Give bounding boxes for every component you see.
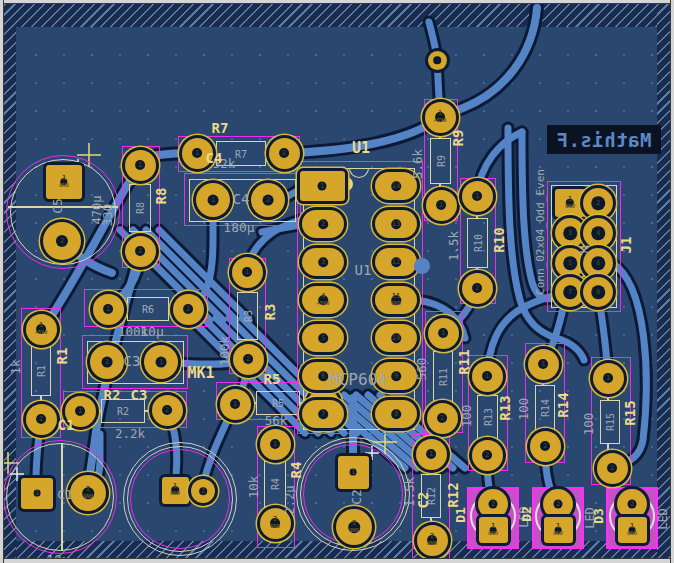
title-block-text[interactable]: Mathis.F — [556, 129, 652, 151]
pad-C5-1[interactable]: 1GND — [46, 165, 82, 199]
ref-R7[interactable]: R7 — [212, 120, 229, 136]
fab-ref-R2[interactable]: R2 — [117, 406, 129, 417]
pad-R1-2[interactable]: 2 — [26, 404, 57, 435]
ref-D2[interactable]: D2 — [519, 506, 534, 522]
value-R10[interactable]: 1.5k — [446, 231, 461, 261]
value-D3[interactable]: LED — [656, 508, 670, 530]
value-U1[interactable]: MCP604 — [329, 370, 387, 389]
ref-R4[interactable]: R4 — [288, 462, 304, 479]
pad-R4-1[interactable]: 1 — [260, 429, 291, 460]
pad-R5-1[interactable]: 1 — [220, 389, 251, 420]
value-R1[interactable]: 1k — [8, 359, 23, 374]
pad-R7-2[interactable]: 2 — [269, 138, 300, 169]
pad-C2-2[interactable]: 2GND — [336, 509, 372, 545]
pad-U1-11[interactable]: 11GND — [375, 286, 417, 314]
pad-via-1[interactable] — [428, 51, 447, 70]
fab-ref-U1[interactable]: U1 — [355, 262, 372, 278]
fab-ref-R11[interactable]: R11 — [438, 368, 449, 386]
pad-J1-7[interactable]: 7 — [555, 277, 585, 307]
pad-R9-1[interactable]: 1+5V0 — [425, 102, 456, 133]
pad-MK1-2[interactable]: 2 — [191, 479, 215, 503]
value-R13[interactable]: 100 — [459, 405, 474, 428]
pad-U1-13[interactable]: 13 — [375, 210, 417, 238]
pad-R15-2[interactable]: 2 — [597, 453, 628, 484]
pad-R6-1[interactable]: 1 — [93, 294, 124, 325]
pad-R1-1[interactable]: 1+5V0 — [26, 314, 57, 345]
pad-R3-2[interactable]: 2 — [233, 344, 264, 375]
pad-D3-2[interactable]: 2 — [617, 489, 647, 519]
value-R5[interactable]: 56k — [265, 413, 288, 428]
pad-C4-1[interactable]: 1 — [196, 183, 230, 217]
ref-R9[interactable]: R9 — [450, 130, 466, 147]
pad-C2-1[interactable]: 1 — [338, 456, 369, 489]
pad-C1-1[interactable]: 1 — [21, 478, 53, 509]
value-R3[interactable]: 100k — [217, 336, 232, 366]
value-R15[interactable]: 100 — [581, 413, 596, 436]
pad-R10-2[interactable]: 2 — [462, 273, 493, 304]
ref-R12[interactable]: R12 — [445, 482, 461, 507]
fab-ref-R7[interactable]: R7 — [235, 148, 247, 159]
ref-R1[interactable]: R1 — [54, 348, 70, 365]
pad-U1-8[interactable]: 8 — [375, 400, 417, 428]
value-C5[interactable]: 470µ — [90, 196, 104, 225]
pad-D1-1[interactable]: 1GND — [479, 517, 508, 543]
pad-R13-2[interactable]: 2 — [472, 440, 503, 471]
ref-R2[interactable]: R2 — [104, 387, 121, 403]
value-C4[interactable]: 180µ — [223, 220, 254, 235]
pad-R10-1[interactable]: 1 — [462, 181, 493, 212]
pad-R13-1[interactable]: 1 — [472, 361, 503, 392]
pad-R11-2[interactable]: 2 — [427, 403, 458, 434]
pad-J1-8[interactable]: 8 — [583, 277, 613, 307]
ref-MK1[interactable]: MK1 — [187, 364, 214, 382]
fab-ref-C5[interactable]: C5 — [50, 198, 65, 214]
fab-ref-R5[interactable]: R5 — [272, 398, 284, 409]
pad-C3-1[interactable]: 1 — [144, 345, 178, 379]
value-R4[interactable]: 10k — [246, 476, 261, 499]
pad-R8-2[interactable]: 2 — [125, 236, 156, 267]
value-J1[interactable]: Conn_02x04_Odd_Even — [534, 169, 547, 295]
pad-U1-1[interactable]: 1 — [300, 171, 345, 201]
pad-R14-2[interactable]: 2 — [530, 431, 561, 462]
ref-R14[interactable]: R14 — [555, 392, 571, 417]
fab-ref-C1[interactable]: C1 — [57, 487, 73, 502]
pad-R6-2[interactable]: 2 — [173, 294, 204, 325]
fab-ref-R1[interactable]: R1 — [36, 365, 47, 377]
ref-D3[interactable]: D3 — [591, 508, 606, 524]
pad-C1-2[interactable]: 2GND — [70, 475, 106, 511]
pad-D2-2[interactable]: 2 — [543, 489, 573, 519]
ref-C3[interactable]: C3 — [131, 387, 148, 403]
pad-R3-1[interactable]: 1 — [232, 257, 263, 288]
pad-U1-5[interactable]: 5 — [302, 324, 344, 352]
fab-ref-C3[interactable]: C3 — [124, 353, 141, 369]
pad-MK1-1[interactable]: 1GND — [162, 477, 189, 504]
pad-C3-2[interactable]: 2 — [90, 345, 124, 379]
pad-U1-2[interactable]: 2 — [302, 210, 344, 238]
pad-D3-1[interactable]: 1GND — [618, 517, 647, 543]
fab-ref-R13[interactable]: R13 — [482, 408, 493, 426]
fab-ref-R8[interactable]: R8 — [135, 202, 146, 214]
ref-D1[interactable]: D1 — [453, 507, 468, 523]
pad-R15-1[interactable]: 1 — [593, 363, 624, 394]
ref-C2[interactable]: C2 — [415, 492, 431, 509]
fab-ref-J1[interactable]: J1 — [579, 244, 590, 256]
ref-C4[interactable]: C4 — [206, 150, 223, 166]
pad-D2-1[interactable]: 1GND — [544, 517, 573, 543]
pad-C5-2[interactable]: 2 — [43, 222, 81, 260]
ref-U1[interactable]: U1 — [352, 139, 370, 157]
pcb-editor-canvas[interactable]: 12R8R833012R7R752k1+5V02R9R95.6k12R10R10… — [0, 0, 674, 563]
value-R14[interactable]: 100 — [516, 398, 531, 421]
fab-ref-R6[interactable]: R6 — [142, 304, 154, 315]
pad-R2-2[interactable]: 2 — [152, 395, 183, 426]
pad-R14-1[interactable]: 1 — [528, 349, 559, 380]
pad-D1-2[interactable]: 2 — [478, 489, 508, 519]
fab-ref-R9[interactable]: R9 — [435, 155, 446, 167]
value-C3[interactable]: 10µ — [140, 324, 163, 339]
pad-R12-1[interactable]: 1 — [416, 439, 447, 470]
fab-ref-R14[interactable]: R14 — [540, 399, 551, 417]
value-C2[interactable]: 2.2µ — [283, 486, 297, 515]
fab-ref-C4[interactable]: C4 — [233, 191, 250, 207]
value-R11[interactable]: 560 — [414, 358, 429, 381]
pad-U1-3[interactable]: 3 — [302, 248, 344, 276]
ref-R10[interactable]: R10 — [491, 227, 507, 252]
pad-J1-1[interactable]: 1GND — [555, 189, 585, 217]
